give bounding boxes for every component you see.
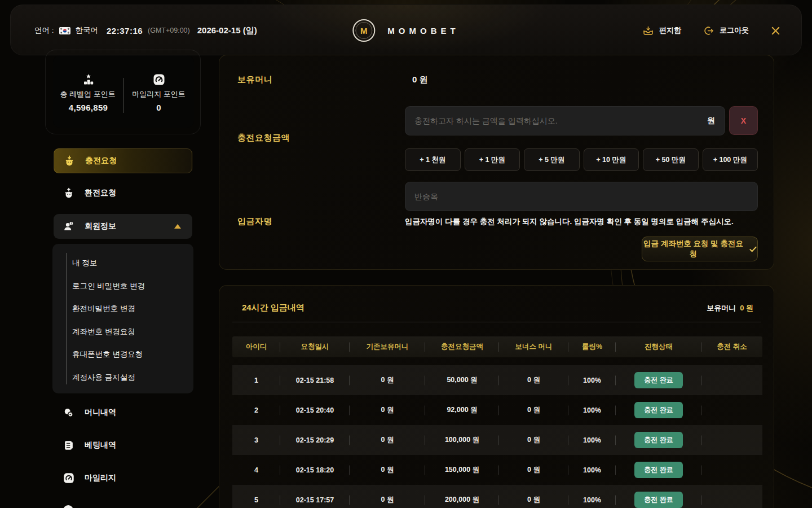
cell-time: 02-15 17:57 [280,485,350,508]
cell-rolling: 100% [568,395,616,425]
logout-icon [703,25,714,37]
top-header: 언어 : 한국어 22:37:16 (GMT+09:00) 2026-02-15… [10,5,802,55]
check-icon [749,245,757,253]
logout-label: 로그아웃 [720,25,749,36]
sidebar-item-label: 머니내역 [85,408,116,418]
header-actions: 편지함 로그아웃 [642,5,781,56]
mileage-gauge-icon [152,73,166,86]
request-deposit-label: 입금 계좌번호 요청 및 충전요청 [642,239,744,259]
close-button[interactable] [770,25,781,36]
submenu-item-login-password[interactable]: 로그인 비밀번호 변경 [52,275,193,298]
quick-add-500000-button[interactable]: + 50 만원 [643,148,699,171]
cell-id: 2 [232,395,280,425]
sidebar-item-betting-history[interactable]: 베팅내역 [54,433,192,458]
cell-time: 02-15 18:20 [280,455,350,485]
request-deposit-button[interactable]: 입금 계좌번호 요청 및 충전요청 [642,237,758,261]
table-body: 1 02-15 21:58 0 원 50,000 원 0 원 100% 충전 완… [232,365,762,508]
points-divider [123,78,124,113]
logout-button[interactable]: 로그아웃 [703,25,749,37]
points-panel-frame: 총 레벨업 포인트 4,596,859 마일리지 포인트 0 [45,50,201,134]
cell-time: 02-15 21:58 [280,365,350,395]
cell-status: 충전 완료 [616,425,701,455]
clear-amount-button[interactable]: X [729,106,758,135]
sidebar-item-label: 베팅내역 [85,440,116,450]
quick-add-1000000-button[interactable]: + 100 만원 [703,148,758,171]
cell-amount: 200,000 원 [425,485,499,508]
cell-cancel [701,395,762,425]
quick-add-1000-button[interactable]: + 1 천원 [405,148,461,171]
locale-datetime-group: 언어 : 한국어 22:37:16 (GMT+09:00) 2026-02-15… [34,5,257,56]
status-badge: 충전 완료 [634,492,682,508]
levelup-points: 총 레벨업 포인트 4,596,859 [53,55,123,128]
mileage-gauge-icon [63,472,75,484]
podium-star-icon [82,73,95,86]
brand-name: MOMOBET [387,26,459,36]
submenu-guide-line [67,253,67,384]
submenu-item-my-info[interactable]: 내 정보 [52,252,193,275]
submenu-item-account-ban[interactable]: 계정사용 금지설정 [52,366,193,389]
table-row: 2 02-15 20:40 0 원 92,000 원 0 원 100% 충전 완… [232,395,762,425]
cell-time: 02-15 20:29 [280,425,350,455]
col-header-amount: 충전요청금액 [425,336,499,357]
levelup-points-label: 총 레벨업 포인트 [60,89,117,100]
deposit-history-panel: 24시간 입금내역 보유머니 0 원 아이디 요청일시 기존보유머니 충전요청금… [219,285,774,508]
mailbox-label: 편지함 [659,25,681,36]
deposit-request-panel: 보유머니 0 원 충전요청금액 원 X + 1 천원 + 1 만원 + 5 만원… [219,55,774,270]
cell-bonus: 0 원 [499,485,568,508]
col-header-id: 아이디 [232,336,280,357]
language-label: 언어 : [34,25,54,36]
mailbox-button[interactable]: 편지함 [642,25,681,37]
history-balance-label: 보유머니 [707,303,736,313]
sidebar-item-member-info[interactable]: 회원정보 [54,214,192,239]
cell-cancel [701,455,762,485]
sidebar-item-label: 충전요청 [85,156,117,166]
sidebar-item-mileage[interactable]: 마일리지 [54,466,192,491]
cell-rolling: 100% [568,485,616,508]
deposit-wallet-icon [63,155,76,167]
cell-amount: 100,000 원 [425,425,499,455]
korea-flag-icon [59,27,70,34]
date-label: 2026-02-15 (일) [197,25,257,36]
points-panel: 총 레벨업 포인트 4,596,859 마일리지 포인트 0 [53,55,194,128]
cell-amount: 92,000 원 [425,395,499,425]
cell-status: 충전 완료 [616,365,701,395]
status-badge: 충전 완료 [634,432,682,448]
timezone-label: (GMT+09:00) [148,27,190,34]
amount-label: 충전요청금액 [237,133,290,143]
depositor-name-label: 입금자명 [237,216,272,227]
quick-add-100000-button[interactable]: + 10 만원 [584,148,639,171]
cell-rolling: 100% [568,455,616,485]
cell-rolling: 100% [568,365,616,395]
cell-id: 3 [232,425,280,455]
sidebar-item-money-history[interactable]: 머니내역 [54,400,192,425]
submenu-item-phone-number[interactable]: 휴대폰번호 변경요청 [52,343,193,366]
cell-time: 02-15 20:40 [280,395,350,425]
cell-bonus: 0 원 [499,425,568,455]
cell-status: 충전 완료 [616,395,701,425]
balance-value: 0 원 [412,75,428,85]
col-header-bonus: 보너스 머니 [499,336,568,357]
levelup-points-value: 4,596,859 [69,103,108,112]
table-row: 4 02-15 18:20 0 원 150,000 원 0 원 100% 충전 … [232,455,762,485]
cell-prev: 0 원 [350,425,425,455]
depositor-input-box [405,182,758,211]
cell-cancel [701,365,762,395]
depositor-name-input[interactable] [405,182,757,211]
submenu-item-account-number[interactable]: 계좌번호 변경요청 [52,321,193,344]
status-badge: 충전 완료 [634,462,682,478]
sidebar-item-withdraw-request[interactable]: 환전요청 [54,181,192,205]
sidebar-item-deposit-request[interactable]: 충전요청 [54,148,192,173]
cell-id: 1 [232,365,280,395]
withdraw-wallet-icon [63,187,75,199]
quick-add-10000-button[interactable]: + 1 만원 [465,148,520,171]
cell-bonus: 0 원 [499,455,568,485]
quick-add-50000-button[interactable]: + 5 만원 [524,148,580,171]
deposit-amount-input[interactable] [405,107,707,135]
chevron-up-icon [174,224,181,229]
mileage-points-label: 마일리지 포인트 [132,89,186,100]
submenu-item-exchange-password[interactable]: 환전비밀번호 변경 [52,297,193,321]
momobet-logo-icon: M [352,19,375,42]
status-badge: 충전 완료 [634,402,682,418]
clock-time: 22:37:16 [107,26,143,36]
language-selector[interactable]: 한국어 [76,25,99,36]
